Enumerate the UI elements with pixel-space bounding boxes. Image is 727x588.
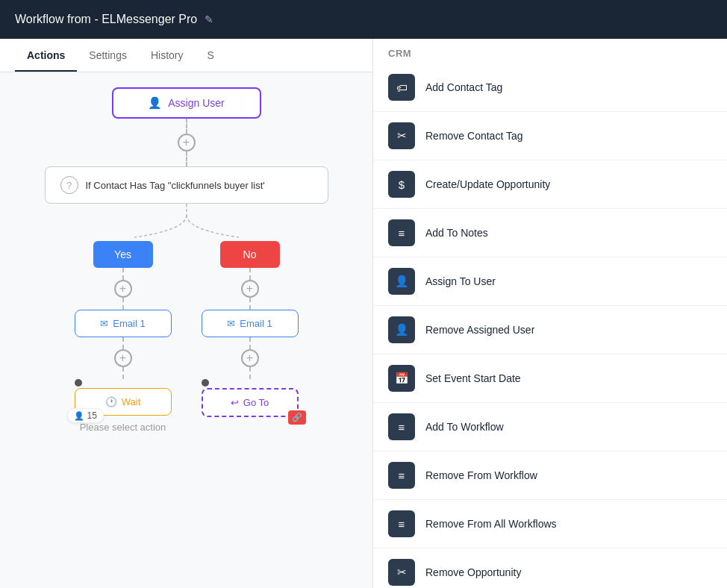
branch-row: Yes + ✉ Email 1 + — [7, 241, 365, 433]
connector-1: + — [178, 119, 196, 166]
crm-item-set-event-start-date[interactable]: 📅Set Event Start Date — [373, 354, 727, 403]
tab-settings[interactable]: Settings — [77, 39, 139, 72]
crm-item-remove-assigned-user[interactable]: 👤Remove Assigned User — [373, 306, 727, 354]
line-v-1 — [186, 119, 187, 134]
crm-label-add-to-workflow: Add To Workflow — [425, 421, 504, 433]
connector-yes-2: + — [114, 337, 132, 379]
crm-panel: CRM 🏷Add Contact Tag✂Remove Contact Tag$… — [373, 39, 727, 588]
crm-label-assign-to-user: Assign To User — [425, 275, 496, 287]
crm-icon-remove-contact-tag: ✂ — [388, 122, 415, 149]
wait-icon: 🕐 — [105, 396, 117, 407]
email1-icon: ✉ — [100, 318, 108, 329]
crm-label-remove-from-all-workflows: Remove From All Workflows — [425, 518, 557, 530]
crm-label-create-update-opportunity: Create/Update Opportunity — [425, 178, 550, 190]
crm-label-set-event-start-date: Set Event Start Date — [425, 372, 521, 384]
goto-dot-top — [202, 379, 209, 387]
link-icon-badge: 🔗 — [288, 410, 306, 425]
workflow-canvas: 👤 Assign User + ? If Contact Has Tag "cl… — [0, 72, 372, 588]
email1-button[interactable]: ✉ Email 1 — [75, 310, 172, 337]
crm-label-add-to-notes: Add To Notes — [425, 227, 488, 239]
line-yes-4 — [122, 367, 124, 379]
crm-item-assign-to-user[interactable]: 👤Assign To User — [373, 257, 727, 306]
crm-item-remove-from-workflow[interactable]: ≡Remove From Workflow — [373, 451, 727, 500]
crm-label-remove-assigned-user: Remove Assigned User — [425, 324, 534, 336]
yes-arm: Yes + ✉ Email 1 + — [75, 241, 172, 433]
connector-no: + — [241, 268, 259, 310]
crm-item-add-contact-tag[interactable]: 🏷Add Contact Tag — [373, 63, 727, 112]
crm-label-remove-from-workflow: Remove From Workflow — [425, 469, 537, 481]
condition-text: If Contact Has Tag "clickfunnels buyer l… — [86, 180, 265, 191]
line-no-1 — [249, 268, 251, 280]
canvas-panel: Actions Settings History S 👤 Assign User… — [0, 39, 373, 588]
user-count-badge: 👤 15 — [67, 408, 104, 423]
crm-icon-remove-opportunity: ✂ — [388, 559, 415, 586]
yes-button[interactable]: Yes — [93, 241, 153, 268]
crm-icon-remove-from-all-workflows: ≡ — [388, 510, 415, 537]
line-no-4 — [249, 367, 251, 379]
line-no-3 — [249, 337, 251, 349]
connector-yes: + — [114, 268, 132, 310]
assign-user-button[interactable]: 👤 Assign User — [112, 87, 261, 119]
crm-item-remove-opportunity[interactable]: ✂Remove Opportunity — [373, 548, 727, 588]
email2-button[interactable]: ✉ Email 1 — [202, 310, 299, 337]
crm-item-remove-from-all-workflows[interactable]: ≡Remove From All Workflows — [373, 500, 727, 548]
edit-icon[interactable]: ✎ — [205, 13, 213, 25]
user-count: 15 — [87, 410, 97, 421]
goto-icon: ↩ — [231, 397, 239, 408]
wait-node-wrapper: 🕐 Wait 👤 15 — [75, 379, 172, 416]
crm-icon-add-to-notes: ≡ — [388, 219, 415, 246]
wait-dot-top — [75, 379, 82, 387]
crm-label-add-contact-tag: Add Contact Tag — [425, 81, 502, 93]
tabs-bar: Actions Settings History S — [0, 39, 372, 72]
crm-label-remove-contact-tag: Remove Contact Tag — [425, 130, 522, 142]
line-yes-3 — [122, 337, 124, 349]
condition-box[interactable]: ? If Contact Has Tag "clickfunnels buyer… — [45, 166, 328, 204]
goto-node-wrapper: ↩ Go To 🔗 — [202, 379, 299, 417]
crm-items-list: 🏷Add Contact Tag✂Remove Contact Tag$Crea… — [373, 63, 727, 588]
tab-actions[interactable]: Actions — [15, 39, 77, 72]
condition-icon: ? — [60, 176, 78, 194]
crm-item-create-update-opportunity[interactable]: $Create/Update Opportunity — [373, 160, 727, 209]
connector-no-2: + — [241, 337, 259, 379]
no-arm: No + ✉ Email 1 + — [202, 241, 299, 433]
crm-icon-add-contact-tag: 🏷 — [388, 74, 415, 101]
line-yes-2 — [122, 298, 124, 310]
crm-icon-assign-to-user: 👤 — [388, 268, 415, 295]
email2-icon: ✉ — [227, 318, 235, 329]
crm-item-add-to-notes[interactable]: ≡Add To Notes — [373, 209, 727, 257]
user-count-icon: 👤 — [74, 411, 84, 421]
line-yes-1 — [122, 268, 124, 280]
crm-item-add-to-workflow[interactable]: ≡Add To Workflow — [373, 403, 727, 451]
crm-section-header: CRM — [373, 39, 727, 63]
crm-item-remove-contact-tag[interactable]: ✂Remove Contact Tag — [373, 112, 727, 160]
header-title: Workflow from - ELMessenger Pro — [15, 13, 197, 26]
add-node-yes-2[interactable]: + — [114, 349, 132, 367]
crm-icon-remove-from-workflow: ≡ — [388, 462, 415, 489]
goto-button[interactable]: ↩ Go To — [202, 388, 299, 417]
add-node-no-2[interactable]: + — [241, 349, 259, 367]
assign-user-icon: 👤 — [148, 96, 162, 110]
tab-history[interactable]: History — [139, 39, 196, 72]
please-select-label: Please select action — [80, 422, 166, 433]
crm-icon-set-event-start-date: 📅 — [388, 365, 415, 392]
crm-icon-remove-assigned-user: 👤 — [388, 316, 415, 343]
app-header: Workflow from - ELMessenger Pro ✎ — [0, 0, 727, 39]
line-v-2 — [186, 151, 187, 166]
crm-icon-create-update-opportunity: $ — [388, 171, 415, 198]
add-node-no[interactable]: + — [241, 280, 259, 298]
branch-connector-svg — [60, 204, 313, 241]
main-area: Actions Settings History S 👤 Assign User… — [0, 39, 727, 588]
line-no-2 — [249, 298, 251, 310]
add-node-1[interactable]: + — [178, 134, 196, 151]
assign-user-node: 👤 Assign User — [7, 87, 365, 119]
crm-icon-add-to-workflow: ≡ — [388, 413, 415, 440]
crm-label-remove-opportunity: Remove Opportunity — [425, 566, 521, 578]
add-node-yes[interactable]: + — [114, 280, 132, 298]
tab-s[interactable]: S — [196, 39, 226, 72]
no-button[interactable]: No — [220, 241, 280, 268]
